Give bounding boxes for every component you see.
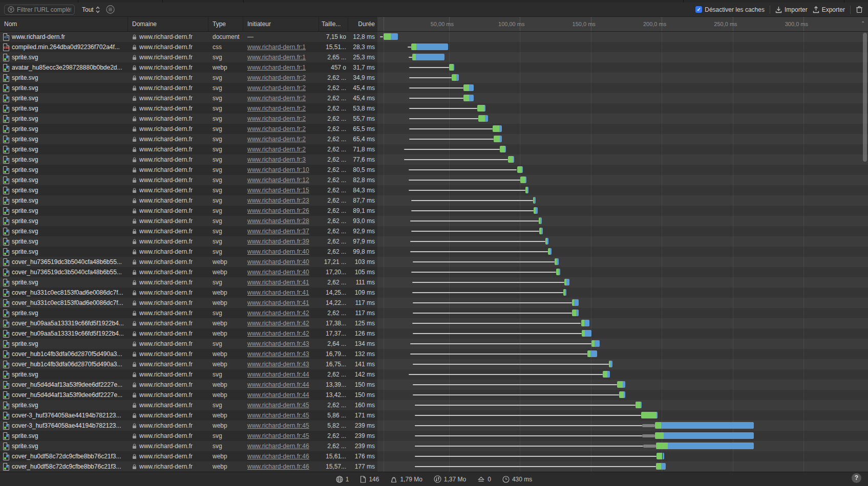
initiator-link[interactable]: www.richard-dern.fr:46 bbox=[247, 443, 309, 450]
table-row[interactable]: sprite.svgwww.richard-dern.frsvgwww.rich… bbox=[0, 206, 868, 216]
table-row[interactable]: cover-3_huf3764058ae44194b782123...www.r… bbox=[0, 421, 868, 431]
initiator-link[interactable]: www.richard-dern.fr:43 bbox=[247, 340, 309, 347]
disable-caches-toggle[interactable]: ✓ Désactiver les caches bbox=[695, 6, 765, 13]
table-row[interactable]: sprite.svgwww.richard-dern.frsvgwww.rich… bbox=[0, 154, 868, 165]
table-row[interactable]: sprite.svgwww.richard-dern.frsvgwww.rich… bbox=[0, 93, 868, 103]
initiator-link[interactable]: www.richard-dern.fr:45 bbox=[247, 402, 309, 409]
table-row[interactable]: sprite.svgwww.richard-dern.frsvgwww.rich… bbox=[0, 165, 868, 175]
table-row[interactable]: sprite.svgwww.richard-dern.frsvgwww.rich… bbox=[0, 226, 868, 236]
initiator-link[interactable]: www.richard-dern.fr:40 bbox=[247, 248, 309, 255]
table-row[interactable]: sprite.svgwww.richard-dern.frsvgwww.rich… bbox=[0, 83, 868, 93]
column-header-nom[interactable]: Nom bbox=[0, 17, 128, 31]
table-row[interactable]: sprite.svgwww.richard-dern.frsvgwww.rich… bbox=[0, 236, 868, 247]
trash-icon[interactable] bbox=[856, 6, 863, 13]
filter-url-input[interactable]: Filtrer l'URL complète bbox=[4, 5, 75, 15]
table-row[interactable]: sprite.svgwww.richard-dern.frsvgwww.rich… bbox=[0, 277, 868, 288]
table-row[interactable]: sprite.svgwww.richard-dern.frsvgwww.rich… bbox=[0, 308, 868, 318]
table-row[interactable]: cover_hub1c4fb3dfa06d2870f5d490a3...www.… bbox=[0, 359, 868, 369]
initiator-link[interactable]: www.richard-dern.fr:2 bbox=[247, 95, 306, 102]
initiator-link[interactable]: www.richard-dern.fr:44 bbox=[247, 371, 309, 378]
table-row[interactable]: sprite.svgwww.richard-dern.frsvgwww.rich… bbox=[0, 441, 868, 451]
table-row[interactable]: sprite.svgwww.richard-dern.frsvgwww.rich… bbox=[0, 134, 868, 144]
table-row[interactable]: sprite.svgwww.richard-dern.frsvgwww.rich… bbox=[0, 73, 868, 83]
column-header-duree[interactable]: Durée bbox=[348, 17, 377, 31]
table-row[interactable]: cover_hu331c0ec8153f0ad6e0086dc7f...www.… bbox=[0, 288, 868, 298]
initiator-link[interactable]: www.richard-dern.fr:45 bbox=[247, 422, 309, 429]
table-row[interactable]: <>www.richard-dern.frwww.richard-dern.fr… bbox=[0, 32, 868, 42]
scroll-up-arrow-icon[interactable]: ⌃ bbox=[861, 20, 866, 26]
table-row[interactable]: sprite.svgwww.richard-dern.frsvgwww.rich… bbox=[0, 431, 868, 441]
initiator-link[interactable]: www.richard-dern.fr:2 bbox=[247, 84, 306, 92]
initiator-link[interactable]: www.richard-dern.fr:43 bbox=[247, 350, 309, 358]
filter-options-button[interactable] bbox=[106, 5, 115, 14]
initiator-link[interactable]: www.richard-dern.fr:10 bbox=[247, 166, 309, 173]
resource-type-select[interactable]: Tout bbox=[82, 6, 100, 13]
table-row[interactable]: cover-3_huf3764058ae44194b782123...www.r… bbox=[0, 410, 868, 421]
initiator-link[interactable]: www.richard-dern.fr:1 bbox=[247, 43, 306, 51]
initiator-link[interactable]: www.richard-dern.fr:46 bbox=[247, 463, 309, 470]
column-header-initiateur[interactable]: Initiateur bbox=[243, 17, 319, 31]
initiator-link[interactable]: www.richard-dern.fr:23 bbox=[247, 197, 309, 204]
table-row[interactable]: avatar_hu85ecc3e298728880b0bde2d...www.r… bbox=[0, 62, 868, 73]
initiator-link[interactable]: www.richard-dern.fr:39 bbox=[247, 238, 309, 245]
table-row[interactable]: cover_hub1c4fb3dfa06d2870f5d490a3...www.… bbox=[0, 349, 868, 359]
initiator-link[interactable]: www.richard-dern.fr:45 bbox=[247, 432, 309, 439]
initiator-link[interactable]: www.richard-dern.fr:42 bbox=[247, 310, 309, 317]
export-button[interactable]: Exporter bbox=[813, 6, 845, 13]
initiator-link[interactable]: www.richard-dern.fr:41 bbox=[247, 289, 309, 296]
initiator-link[interactable]: www.richard-dern.fr:40 bbox=[247, 269, 309, 276]
table-row[interactable]: cover_hu5d4d4af13a53f9dee6df2227e...www.… bbox=[0, 380, 868, 390]
initiator-link[interactable]: www.richard-dern.fr:2 bbox=[247, 115, 306, 122]
initiator-link[interactable]: www.richard-dern.fr:2 bbox=[247, 105, 306, 112]
initiator-link[interactable]: www.richard-dern.fr:37 bbox=[247, 228, 309, 235]
table-row[interactable]: sprite.svgwww.richard-dern.frsvgwww.rich… bbox=[0, 114, 868, 124]
import-button[interactable]: Importer bbox=[775, 6, 808, 13]
table-row[interactable]: csscompiled.min.264dba0d92236f702a4f...w… bbox=[0, 42, 868, 52]
vertical-scrollbar-thumb[interactable] bbox=[863, 33, 867, 162]
column-header-domaine[interactable]: Domaine bbox=[128, 17, 208, 31]
initiator-link[interactable]: www.richard-dern.fr:12 bbox=[247, 176, 309, 184]
column-header-taille[interactable]: Taille... bbox=[319, 17, 348, 31]
initiator-link[interactable]: www.richard-dern.fr:3 bbox=[247, 156, 306, 163]
table-row[interactable]: sprite.svgwww.richard-dern.frsvgwww.rich… bbox=[0, 195, 868, 206]
table-row[interactable]: sprite.svgwww.richard-dern.frsvgwww.rich… bbox=[0, 144, 868, 154]
table-row[interactable]: sprite.svgwww.richard-dern.frsvgwww.rich… bbox=[0, 339, 868, 349]
initiator-link[interactable]: www.richard-dern.fr:28 bbox=[247, 217, 309, 225]
initiator-link[interactable]: www.richard-dern.fr:2 bbox=[247, 125, 306, 132]
table-row[interactable]: sprite.svgwww.richard-dern.frsvgwww.rich… bbox=[0, 400, 868, 410]
initiator-link[interactable]: www.richard-dern.fr:46 bbox=[247, 453, 309, 460]
table-row[interactable]: cover_hu5d4d4af13a53f9dee6df2227e...www.… bbox=[0, 390, 868, 400]
table-row[interactable]: sprite.svgwww.richard-dern.frsvgwww.rich… bbox=[0, 216, 868, 226]
table-row[interactable]: cover_hu0df58c72dc9cfbe8bb76c21f3...www.… bbox=[0, 461, 868, 472]
table-row[interactable]: sprite.svgwww.richard-dern.frsvgwww.rich… bbox=[0, 52, 868, 62]
table-row[interactable]: sprite.svgwww.richard-dern.frsvgwww.rich… bbox=[0, 124, 868, 134]
initiator-link[interactable]: www.richard-dern.fr:45 bbox=[247, 412, 309, 419]
initiator-link[interactable]: www.richard-dern.fr:26 bbox=[247, 207, 309, 214]
initiator-link[interactable]: www.richard-dern.fr:41 bbox=[247, 279, 309, 286]
timeline-header[interactable]: ⌃ 50,00 ms100,00 ms150,0 ms200,0 ms250,0… bbox=[377, 17, 868, 31]
table-row[interactable]: cover_hu09aa5a133319c66fd5f1922b4...www.… bbox=[0, 318, 868, 328]
initiator-link[interactable]: www.richard-dern.fr:43 bbox=[247, 361, 309, 368]
table-row[interactable]: sprite.svgwww.richard-dern.frsvgwww.rich… bbox=[0, 369, 868, 380]
table-row[interactable]: cover_hu736519dc3b5040cfa48b6b55...www.r… bbox=[0, 257, 868, 267]
initiator-link[interactable]: www.richard-dern.fr:2 bbox=[247, 74, 306, 81]
table-row[interactable]: sprite.svgwww.richard-dern.frsvgwww.rich… bbox=[0, 185, 868, 195]
table-row[interactable]: cover_hu09aa5a133319c66fd5f1922b4...www.… bbox=[0, 328, 868, 339]
table-row[interactable]: sprite.svgwww.richard-dern.frsvgwww.rich… bbox=[0, 175, 868, 185]
table-row[interactable]: cover_hu736519dc3b5040cfa48b6b55...www.r… bbox=[0, 267, 868, 277]
initiator-link[interactable]: www.richard-dern.fr:15 bbox=[247, 187, 309, 194]
table-row[interactable]: cover_hu331c0ec8153f0ad6e0086dc7f...www.… bbox=[0, 298, 868, 308]
initiator-link[interactable]: www.richard-dern.fr:42 bbox=[247, 320, 309, 327]
initiator-link[interactable]: www.richard-dern.fr:2 bbox=[247, 146, 306, 153]
table-row[interactable]: cover_hu0df58c72dc9cfbe8bb76c21f3...www.… bbox=[0, 451, 868, 461]
initiator-link[interactable]: www.richard-dern.fr:2 bbox=[247, 136, 306, 143]
initiator-link[interactable]: www.richard-dern.fr:40 bbox=[247, 258, 309, 266]
initiator-link[interactable]: www.richard-dern.fr:1 bbox=[247, 54, 306, 61]
table-row[interactable]: sprite.svgwww.richard-dern.frsvgwww.rich… bbox=[0, 103, 868, 114]
initiator-link[interactable]: www.richard-dern.fr:1 bbox=[247, 64, 306, 71]
initiator-link[interactable]: www.richard-dern.fr:44 bbox=[247, 391, 309, 399]
initiator-link[interactable]: www.richard-dern.fr:41 bbox=[247, 299, 309, 306]
initiator-link[interactable]: www.richard-dern.fr:44 bbox=[247, 381, 309, 388]
column-header-type[interactable]: Type bbox=[208, 17, 243, 31]
initiator-link[interactable]: www.richard-dern.fr:42 bbox=[247, 330, 309, 337]
